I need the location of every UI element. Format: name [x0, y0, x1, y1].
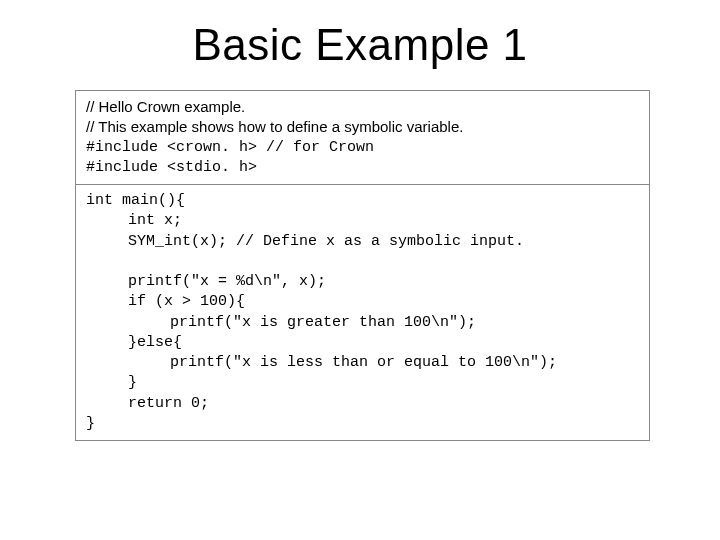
- comment-line: // This example shows how to define a sy…: [86, 117, 639, 137]
- code-line: int main(){: [86, 191, 639, 211]
- code-box: // Hello Crown example. // This example …: [75, 90, 650, 441]
- code-line: }: [86, 373, 639, 393]
- code-line: int x;: [86, 211, 639, 231]
- code-line: printf("x is greater than 100\n");: [86, 313, 639, 333]
- code-line: SYM_int(x); // Define x as a symbolic in…: [86, 232, 639, 252]
- comment-line: // Hello Crown example.: [86, 97, 639, 117]
- slide: Basic Example 1 // Hello Crown example. …: [0, 0, 720, 540]
- code-line: return 0;: [86, 394, 639, 414]
- page-title: Basic Example 1: [0, 0, 720, 80]
- code-body-section: int main(){ int x; SYM_int(x); // Define…: [76, 185, 649, 440]
- include-line: #include <crown. h> // for Crown: [86, 138, 639, 158]
- code-line: printf("x is less than or equal to 100\n…: [86, 353, 639, 373]
- code-line: }: [86, 414, 639, 434]
- code-header-section: // Hello Crown example. // This example …: [76, 91, 649, 185]
- blank-line: [86, 252, 639, 272]
- code-line: }else{: [86, 333, 639, 353]
- code-line: if (x > 100){: [86, 292, 639, 312]
- code-line: printf("x = %d\n", x);: [86, 272, 639, 292]
- include-line: #include <stdio. h>: [86, 158, 639, 178]
